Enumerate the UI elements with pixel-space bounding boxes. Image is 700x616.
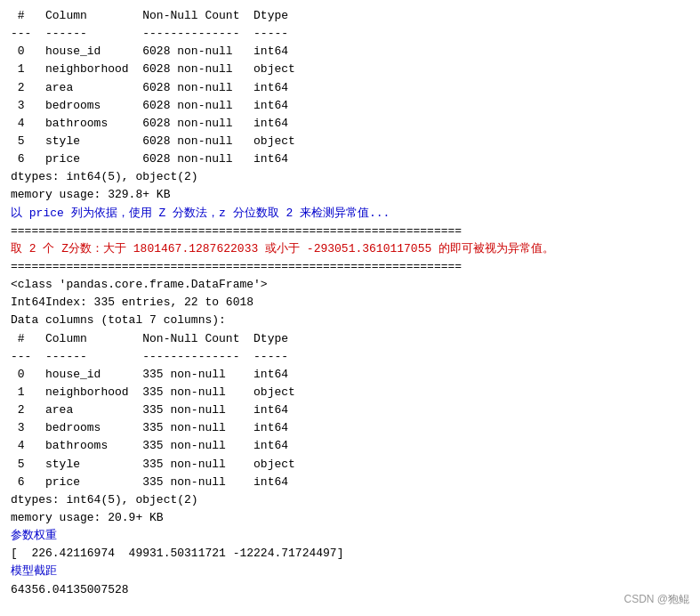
console-line-row1b: 1 neighborhood 335 non-null object bbox=[11, 384, 689, 401]
console-line-row4a: 4 bathrooms 6028 non-null int64 bbox=[11, 115, 689, 133]
console-line-memory1: memory usage: 329.8+ KB bbox=[11, 186, 689, 204]
console-line-row6a: 6 price 6028 non-null int64 bbox=[11, 150, 689, 168]
console-output: # Column Non-Null Count Dtype --- ------… bbox=[0, 0, 700, 606]
console-line-dtypes2: dtypes: int64(5), object(2) bbox=[11, 491, 689, 509]
console-line-idx: Int64Index: 335 entries, 22 to 6018 bbox=[11, 294, 689, 312]
console-line-header4: --- ------ -------------- ----- bbox=[11, 348, 689, 366]
console-line-cls: <class 'pandas.core.frame.DataFrame'> bbox=[11, 276, 689, 294]
console-line-row5b: 5 style 335 non-null object bbox=[11, 456, 689, 474]
console-line-modlbl: 模型截距 bbox=[11, 563, 689, 580]
console-line-row0a: 0 house_id 6028 non-null int64 bbox=[11, 43, 689, 61]
watermark-name: 狍鲲 bbox=[668, 593, 689, 605]
console-line-header2: --- ------ -------------- ----- bbox=[11, 25, 689, 43]
console-line-row6b: 6 price 335 non-null int64 bbox=[11, 474, 689, 491]
console-line-params: 参数权重 bbox=[11, 527, 689, 545]
console-line-sep1: ========================================… bbox=[11, 223, 689, 240]
console-line-outlier: 取 2 个 Z分数：大于 1801467.1287622033 或小于 -293… bbox=[11, 240, 689, 258]
console-line-row2b: 2 area 335 non-null int64 bbox=[11, 401, 689, 419]
console-line-row3a: 3 bedrooms 6028 non-null int64 bbox=[11, 97, 689, 115]
console-line-memory2: memory usage: 20.9+ KB bbox=[11, 509, 689, 527]
console-line-dtypes1: dtypes: int64(5), object(2) bbox=[11, 168, 689, 186]
console-line-row5a: 5 style 6028 non-null object bbox=[11, 133, 689, 150]
console-line-datacol: Data columns (total 7 columns): bbox=[11, 312, 689, 329]
console-line-header1: # Column Non-Null Count Dtype bbox=[11, 7, 689, 25]
console-line-row0b: 0 house_id 335 non-null int64 bbox=[11, 366, 689, 384]
console-line-intercept: 64356.04135007528 bbox=[11, 581, 689, 599]
console-line-header3: # Column Non-Null Count Dtype bbox=[11, 330, 689, 348]
console-line-sep2: ========================================… bbox=[11, 258, 689, 276]
watermark: CSDN @狍鲲 bbox=[624, 592, 689, 607]
watermark-prefix: CSDN @ bbox=[624, 593, 668, 605]
console-line-row3b: 3 bedrooms 335 non-null int64 bbox=[11, 419, 689, 437]
console-line-row4b: 4 bathrooms 335 non-null int64 bbox=[11, 437, 689, 455]
console-line-row2a: 2 area 6028 non-null int64 bbox=[11, 79, 689, 97]
console-line-notice1: 以 price 列为依据，使用 Z 分数法，z 分位数取 2 来检测异常值... bbox=[11, 205, 689, 223]
console-line-row1a: 1 neighborhood 6028 non-null object bbox=[11, 61, 689, 78]
console-line-pvals: [ 226.42116974 49931.50311721 -12224.717… bbox=[11, 545, 689, 563]
